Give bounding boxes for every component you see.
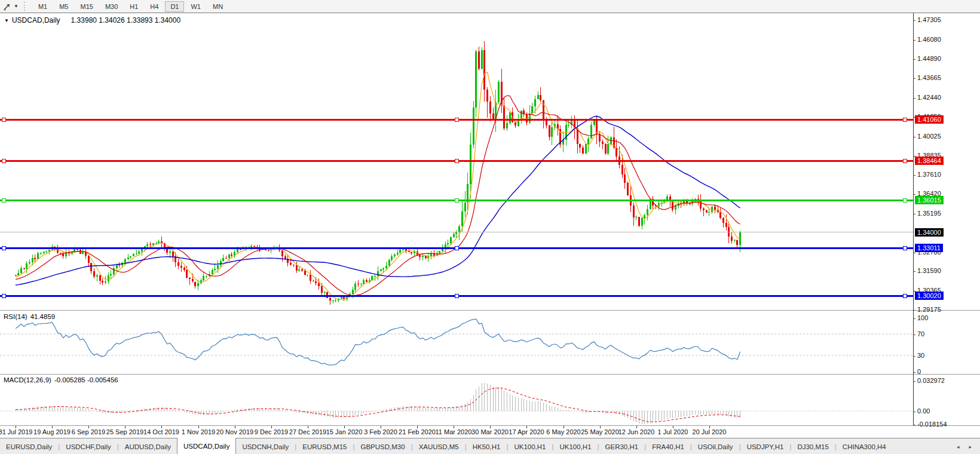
rsi-name: RSI(14) [4,313,27,320]
chart-symbol-label: USDCAD,Daily [12,16,60,24]
price-axis-tick: 1.35195 [913,210,941,217]
tab-xauusd-m5[interactable]: XAUUSD,M5 [413,438,465,454]
price-axis-tick: 1.29175 [913,306,941,314]
tab-usdjpy-h1[interactable]: USDJPY,H1 [741,438,790,454]
price-axis-tick: -0.018154 [913,421,947,428]
tab-ger30-h1[interactable]: GER30,H1 [599,438,645,454]
tab-eurusd-daily[interactable]: EURUSD,Daily [0,438,58,454]
price-axis-tick: 0 [913,368,921,376]
hline-price-label: 1.38464 [915,157,944,165]
price-axis-tick: 0.00 [913,407,930,415]
tab-usoil-daily[interactable]: USOil,Daily [692,438,739,454]
tab-usdcad-daily[interactable]: USDCAD,Daily [177,438,236,454]
price-axis-tick: 1.42440 [913,94,941,102]
price-axis-tick: 0.032972 [913,377,945,385]
tab-uk100-h1[interactable]: UK100,H1 [553,438,597,454]
price-axis-tick: 30 [913,352,924,360]
tab-usdchf-daily[interactable]: USDCHF,Daily [60,438,117,454]
price-axis-tick: 1.37610 [913,171,941,179]
macd-indicator-label: MACD(12,26,9)-0.005285 -0.005456 [4,376,121,384]
macd-name: MACD(12,26,9) [4,376,51,384]
hline-price-label: 1.36015 [915,196,944,204]
price-axis: 1.473051.460801.448901.436651.424401.412… [913,0,980,438]
price-axis-tick: 1.46080 [913,36,941,44]
hline-price-label: 1.41060 [915,115,944,124]
price-axis-tick: 1.47305 [913,16,941,24]
chart-menu-arrow-icon[interactable]: ▼ [4,18,9,23]
symbol-tab-bar: EURUSD,Daily|USDCHF,Daily|AUDUSD,DailyUS… [0,438,980,454]
price-axis-tick: 1.40025 [913,133,941,140]
current-price-label: 1.34000 [915,228,944,237]
price-axis-tick: 1.43665 [913,74,941,82]
macd-values: -0.005285 -0.005456 [54,376,118,384]
chart-ohlc-values: 1.33980 1.34026 1.33893 1.34000 [71,16,181,24]
rsi-value: 41.4859 [30,313,56,320]
tab-scroll-left-icon[interactable]: ◂ [957,444,960,450]
tab-dj30-m15[interactable]: DJ30,M15 [791,438,834,454]
hline-price-label: 1.33011 [915,244,943,252]
time-axis: 31 Jul 201919 Aug 20196 Sep 201925 Sep 2… [0,0,913,438]
tab-scroll-right-icon[interactable]: ▸ [969,444,972,450]
date-label: 20 Jul 2020 [687,428,732,435]
rsi-indicator-label: RSI(14)41.4859 [4,313,58,320]
tab-china300-h4[interactable]: CHINA300,H4 [837,438,892,454]
tab-eurusd-m15[interactable]: EURUSD,M15 [296,438,353,454]
tab-uk100-h1[interactable]: UK100,H1 [508,438,552,454]
tab-fra40-h1[interactable]: FRA40,H1 [646,438,690,454]
price-axis-tick: 100 [913,314,928,322]
tab-gbpusd-m30[interactable]: GBPUSD,M30 [354,438,411,454]
hline-price-label: 1.30020 [915,292,944,300]
tab-scroll-arrows: ◂ ▸ [957,438,980,454]
tab-usdcnh-daily[interactable]: USDCNH,Daily [236,438,295,454]
chart-title: ▼USDCAD,Daily1.33980 1.34026 1.33893 1.3… [4,16,183,24]
price-axis-tick: 1.44890 [913,55,941,63]
tab-audusd-daily[interactable]: AUDUSD,Daily [119,438,177,454]
symbol-tabs: EURUSD,Daily|USDCHF,Daily|AUDUSD,DailyUS… [0,438,892,454]
tab-hk50-h1[interactable]: HK50,H1 [467,438,507,454]
price-axis-tick: 70 [913,330,924,338]
price-axis-tick: 1.31590 [913,267,941,275]
